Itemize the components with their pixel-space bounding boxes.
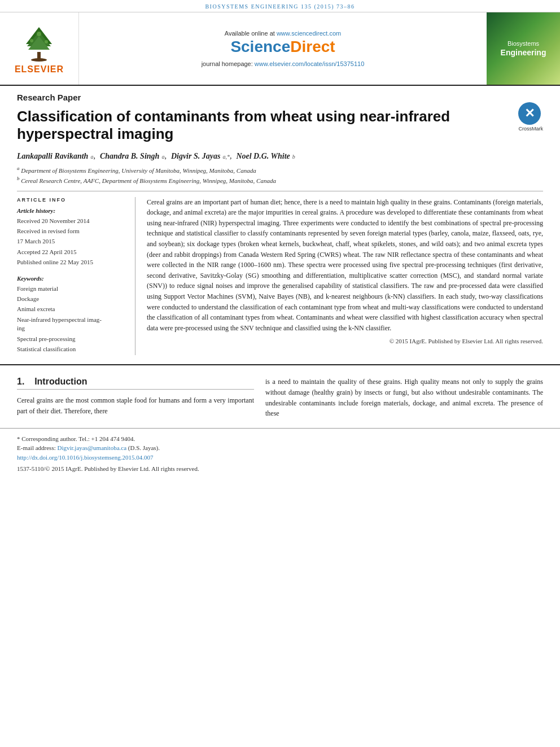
journal-homepage-link[interactable]: www.elsevier.com/locate/issn/15375110 bbox=[255, 60, 364, 67]
history-revised: Received in revised form bbox=[17, 227, 126, 235]
journal-title-box: Biosystems Engineering bbox=[487, 12, 560, 85]
email-link[interactable]: Digvir.jayas@umanitoba.ca bbox=[57, 444, 126, 451]
intro-left-col: 1. Introduction Cereal grains are the mo… bbox=[17, 377, 254, 418]
crossmark-text: CrossMark bbox=[518, 126, 543, 132]
keyword-6: Statistical classification bbox=[17, 345, 126, 353]
author-4: Noel D.G. White bbox=[236, 152, 290, 161]
section-title: 1. Introduction bbox=[17, 377, 254, 390]
category-label: Research Paper bbox=[17, 93, 543, 102]
abstract-col: Cereal grains are an important part of h… bbox=[147, 197, 543, 356]
history-received: Received 20 November 2014 bbox=[17, 217, 126, 225]
keyword-1: Foreign material bbox=[17, 285, 126, 293]
keyword-4: Near-infrared hyperspectral imag-ing bbox=[17, 316, 126, 333]
author-3-sup: a,* bbox=[222, 154, 230, 160]
author-1: Lankapalli Ravikanth bbox=[17, 152, 88, 161]
email-label: E-mail address: bbox=[17, 444, 56, 451]
svg-point-7 bbox=[37, 32, 41, 36]
history-label: Article history: bbox=[17, 207, 126, 214]
abstract-text: Cereal grains are an important part of h… bbox=[147, 197, 543, 334]
history-published: Published online 22 May 2015 bbox=[17, 258, 126, 267]
affiliations: a Department of Biosystems Engineering, … bbox=[17, 165, 543, 184]
aff-1-sup: a bbox=[17, 165, 20, 171]
issn-line: 1537-5110/© 2015 IAgrE. Published by Els… bbox=[17, 464, 543, 474]
available-online-label: Available online at www.sciencedirect.co… bbox=[225, 30, 341, 37]
email-suffix: (D.S. Jayas). bbox=[128, 444, 160, 451]
affiliation-1: a Department of Biosystems Engineering, … bbox=[17, 165, 543, 174]
doi-link[interactable]: http://dx.doi.org/10.1016/j.biosystemsen… bbox=[17, 454, 154, 461]
elsevier-logo: ELSEVIER bbox=[15, 23, 64, 75]
author-4-sup: b bbox=[292, 154, 295, 160]
crossmark-x-icon: ✕ bbox=[524, 106, 535, 121]
bottom-section: 1. Introduction Cereal grains are the mo… bbox=[0, 365, 560, 427]
history-accepted: Accepted 22 April 2015 bbox=[17, 248, 126, 256]
svg-point-6 bbox=[45, 40, 48, 43]
section-title-text: Introduction bbox=[34, 377, 87, 386]
elsevier-logo-area: ELSEVIER bbox=[0, 12, 79, 85]
sciencedirect-link[interactable]: www.sciencedirect.com bbox=[277, 30, 341, 37]
journal-header: BIOSYSTEMS ENGINEERING 135 (2015) 73–86 bbox=[0, 0, 560, 12]
keywords-label: Keywords: bbox=[17, 275, 126, 282]
banner-center: Available online at www.sciencedirect.co… bbox=[79, 12, 487, 85]
keyword-2: Dockage bbox=[17, 295, 126, 303]
paper-title: Classification of contaminants from whea… bbox=[17, 108, 457, 143]
affiliation-2: b Cereal Research Centre, AAFC, Departme… bbox=[17, 176, 543, 184]
aff-2-sup: b bbox=[17, 176, 20, 181]
keyword-3: Animal excreta bbox=[17, 305, 126, 313]
author-3: Digvir S. Jayas bbox=[171, 152, 221, 161]
keyword-5: Spectral pre-processing bbox=[17, 335, 126, 343]
history-revised-date: 17 March 2015 bbox=[17, 237, 126, 246]
svg-point-1 bbox=[31, 58, 47, 62]
doi-line: http://dx.doi.org/10.1016/j.biosystemsen… bbox=[17, 453, 543, 462]
section-number: 1. bbox=[17, 377, 24, 386]
intro-text-left: Cereal grains are the most common staple… bbox=[17, 395, 254, 416]
intro-right-col: is a need to maintain the quality of the… bbox=[265, 377, 543, 418]
authors-row: Lankapalli Ravikanth a , Chandra B. Sing… bbox=[17, 152, 543, 161]
two-col-section: ARTICLE INFO Article history: Received 2… bbox=[17, 191, 543, 356]
article-info-title: ARTICLE INFO bbox=[17, 197, 126, 203]
elsevier-tree-icon bbox=[19, 23, 59, 62]
crossmark-badge[interactable]: ✕ CrossMark bbox=[518, 102, 543, 132]
keywords-section: Keywords: Foreign material Dockage Anima… bbox=[17, 275, 126, 354]
email-line: E-mail address: Digvir.jayas@umanitoba.c… bbox=[17, 443, 543, 453]
article-info-panel: ARTICLE INFO Article history: Received 2… bbox=[17, 197, 135, 356]
author-2: Chandra B. Singh bbox=[100, 152, 159, 161]
journal-title: Biosystems Engineering bbox=[501, 40, 546, 58]
banner: ELSEVIER Available online at www.science… bbox=[0, 12, 560, 86]
crossmark-circle: ✕ bbox=[518, 102, 541, 125]
journal-homepage: journal homepage: www.elsevier.com/locat… bbox=[202, 60, 365, 67]
copyright-line: © 2015 IAgrE. Published by Elsevier Ltd.… bbox=[147, 337, 543, 346]
elsevier-text: ELSEVIER bbox=[15, 64, 64, 75]
main-content: Research Paper ✕ CrossMark Classificatio… bbox=[0, 86, 560, 365]
footnote-area: * Corresponding author. Tel.: +1 204 474… bbox=[0, 428, 560, 479]
corresponding-author: * Corresponding author. Tel.: +1 204 474… bbox=[17, 434, 543, 444]
svg-point-5 bbox=[30, 39, 33, 42]
sciencedirect-logo: ScienceDirect bbox=[230, 38, 335, 56]
